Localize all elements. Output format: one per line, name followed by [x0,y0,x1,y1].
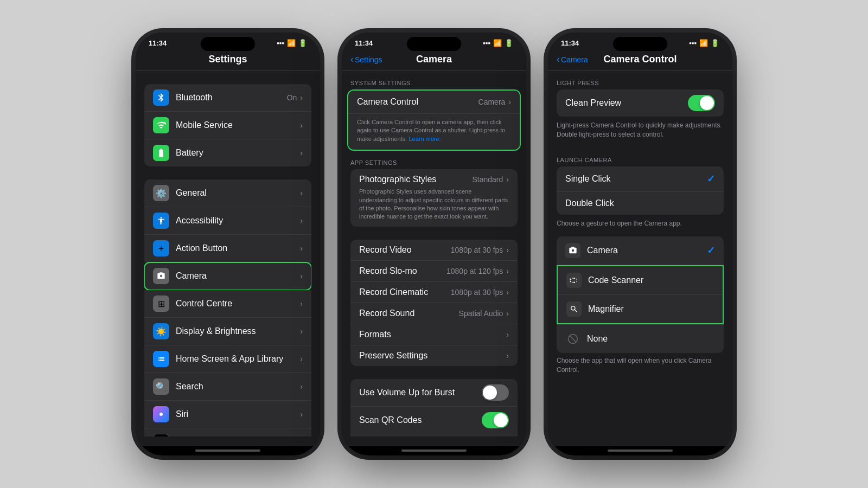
battery-label: Battery [176,148,300,158]
detected-text-toggle-row[interactable]: Show Detected Text [350,434,518,436]
scan-qr-label: Scan QR Codes [359,415,482,425]
learn-more-link[interactable]: Learn more. [409,136,441,142]
click-options-group: Single Click ✓ Double Click [557,166,724,215]
settings-nav: Settings [136,49,320,71]
launch-camera-header: LAUNCH CAMERA [548,148,732,166]
formats-label: Formats [359,330,506,339]
settings-item-camera[interactable]: Camera › [144,262,311,290]
mobile-icon [153,117,169,133]
svg-point-0 [159,413,163,416]
phone-2: 11:34 ▪▪▪ 📶 🔋 ‹ Settings Camera SYSTEM S… [342,33,526,455]
clean-preview-group: Clean Preview [557,89,724,117]
wifi-icon: 📶 [287,39,296,47]
settings-item-action-button[interactable]: ＋ Action Button › [144,235,311,262]
magnifier-icon [566,301,582,317]
status-bar-1: 11:34 ▪▪▪ 📶 🔋 [136,33,320,49]
svg-line-2 [570,336,576,343]
settings-item-general[interactable]: ⚙️ General › [144,179,311,207]
system-settings-header: SYSTEM SETTINGS [342,71,526,89]
record-slomo-row[interactable]: Record Slo-mo 1080p at 120 fps › [350,261,518,282]
app-options-container: Camera ✓ Code Scanner [557,236,724,353]
settings-item-siri[interactable]: Siri › [144,401,311,428]
camera-control-list[interactable]: LIGHT PRESS Clean Preview Light-press Ca… [548,71,732,436]
code-scanner-option[interactable]: Code Scanner [558,266,723,295]
record-slomo-value: 1080p at 120 fps [446,267,503,275]
clean-preview-toggle[interactable] [688,95,715,111]
back-label-3: Camera [561,55,588,64]
mobile-chevron: › [300,121,303,130]
camera-settings-list[interactable]: SYSTEM SETTINGS Camera Control Camera › … [342,71,526,436]
toggles-group: Use Volume Up for Burst Scan QR Codes [342,379,526,436]
volume-burst-label: Use Volume Up for Burst [359,388,482,397]
home-indicator-2 [401,450,467,452]
code-scanner-label: Code Scanner [588,275,714,285]
back-to-camera[interactable]: ‹ Camera [557,54,588,65]
phone-1: 11:34 ▪▪▪ 📶 🔋 Settings [136,33,320,455]
general-label: General [176,188,300,198]
photographic-styles-value: Standard [473,175,503,184]
settings-list[interactable]: Bluetooth On › Mobile Service › [136,71,320,436]
camera-control-row[interactable]: Camera Control Camera › [348,91,520,114]
volume-burst-toggle[interactable] [482,384,509,401]
record-slomo-label: Record Slo-mo [359,266,446,276]
home-indicator-3 [608,450,673,452]
record-video-row[interactable]: Record Video 1080p at 30 fps › [350,240,518,261]
settings-item-display[interactable]: ☀️ Display & Brightness › [144,318,311,345]
settings-item-battery[interactable]: Battery › [144,139,311,166]
record-cinematic-row[interactable]: Record Cinematic 1080p at 30 fps › [350,282,518,303]
camera-control-title: Camera Control [603,54,676,65]
settings-item-mobile[interactable]: Mobile Service › [144,112,311,139]
formats-row[interactable]: Formats › [350,324,518,345]
back-chevron: ‹ [350,54,354,65]
single-click-row[interactable]: Single Click ✓ [557,166,724,192]
volume-burst-toggle-row[interactable]: Use Volume Up for Burst [350,379,518,407]
record-sound-row[interactable]: Record Sound Spatial Audio › [350,303,518,324]
scan-qr-toggle-row[interactable]: Scan QR Codes [350,407,518,434]
photographic-styles-row[interactable]: Photographic Styles Standard › Photograp… [350,169,518,227]
single-click-label: Single Click [565,174,707,184]
scan-qr-toggle[interactable] [482,412,509,428]
settings-item-bluetooth[interactable]: Bluetooth On › [144,84,311,112]
battery-icon-2: 🔋 [505,39,513,47]
status-bar-3: 11:34 ▪▪▪ 📶 🔋 [548,33,732,49]
status-icons-2: ▪▪▪ 📶 🔋 [483,39,513,47]
none-app-option[interactable]: None [557,324,724,353]
record-settings-group: Record Video 1080p at 30 fps › Record Sl… [342,240,526,366]
none-icon [565,331,580,346]
settings-item-standby[interactable]: StandBy › [144,428,311,436]
search-label: Search [176,382,300,391]
status-time-1: 11:34 [149,39,167,47]
camera-app-icon [565,243,580,258]
double-click-label: Double Click [565,198,715,208]
double-click-row[interactable]: Double Click [557,192,724,215]
settings-title: Settings [208,54,247,65]
signal-icon-3: ▪▪▪ [689,39,697,47]
status-bar-2: 11:34 ▪▪▪ 📶 🔋 [342,33,526,49]
settings-item-search[interactable]: 🔍 Search › [144,373,311,401]
bluetooth-value: On [287,93,297,102]
battery-icon: 🔋 [298,39,307,47]
record-sound-label: Record Sound [359,309,459,318]
magnifier-option[interactable]: Magnifier [558,295,723,323]
photographic-styles-desc: Photographic Styles uses advanced scene … [359,188,509,221]
clean-preview-desc: Light-press Camera Control to quickly ma… [548,117,732,148]
settings-item-home-screen[interactable]: Home Screen & App Library › [144,345,311,373]
action-button-icon: ＋ [153,240,169,256]
top-group-items: Bluetooth On › Mobile Service › [144,84,311,166]
settings-screen: Settings Bluetooth On › [136,49,320,446]
camera-app-check: ✓ [707,245,715,256]
bluetooth-label: Bluetooth [176,93,287,102]
settings-item-accessibility[interactable]: Accessibility › [144,207,311,235]
camera-label: Camera [176,271,300,281]
camera-screen: ‹ Settings Camera SYSTEM SETTINGS Camera… [342,49,526,446]
camera-control-nav: ‹ Camera Camera Control [548,49,732,71]
back-to-settings[interactable]: ‹ Settings [350,54,382,65]
action-button-label: Action Button [176,243,300,253]
settings-item-control-centre[interactable]: ⊞ Control Centre › [144,290,311,318]
back-chevron-3: ‹ [557,54,560,65]
preserve-settings-row[interactable]: Preserve Settings › [350,345,518,366]
camera-app-option[interactable]: Camera ✓ [557,236,724,265]
clean-preview-row[interactable]: Clean Preview [557,89,724,117]
camera-control-screen: ‹ Camera Camera Control LIGHT PRESS Clea… [548,49,732,446]
battery-chevron: › [300,149,303,157]
